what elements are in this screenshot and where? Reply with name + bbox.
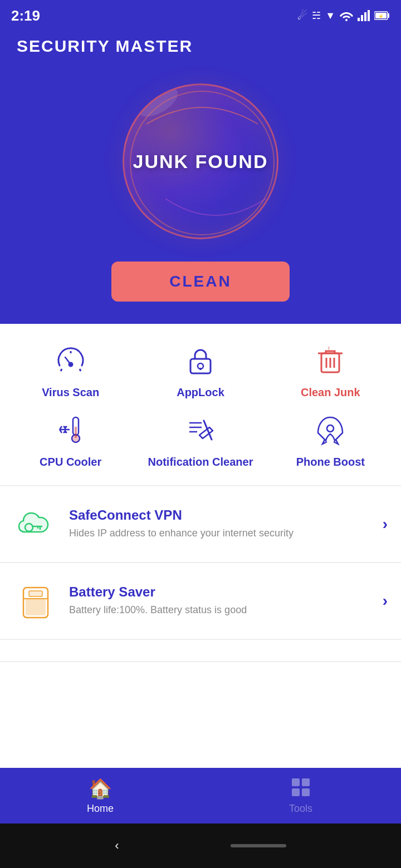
svg-point-37 bbox=[327, 425, 334, 432]
tool-clean-junk[interactable]: ! Clean Junk bbox=[271, 341, 390, 399]
trash-icon: ! bbox=[311, 341, 350, 379]
home-pill[interactable] bbox=[231, 844, 286, 847]
battery-chevron-icon: › bbox=[383, 592, 388, 610]
cpu-cooler-label: CPU Cooler bbox=[40, 456, 101, 468]
lock-icon bbox=[181, 341, 220, 379]
junk-bubble[interactable]: JUNK FOUND bbox=[117, 78, 284, 245]
vpn-text: SafeConnect VPN Hides IP address to enha… bbox=[69, 507, 383, 540]
bubble-arc-bottom bbox=[165, 188, 266, 221]
svg-rect-46 bbox=[292, 778, 300, 786]
tools-grid-icon bbox=[291, 777, 311, 800]
speedometer-icon bbox=[51, 341, 90, 379]
status-icons: ☄ ☵ ▼ ⚡ bbox=[297, 9, 390, 22]
svg-rect-13 bbox=[190, 359, 211, 373]
svg-rect-45 bbox=[29, 591, 42, 596]
tool-virus-scan[interactable]: Virus Scan bbox=[11, 341, 130, 399]
bubble-text: JUNK FOUND bbox=[133, 151, 268, 172]
svg-point-9 bbox=[69, 363, 72, 366]
svg-rect-4 bbox=[368, 10, 370, 21]
hero-section: JUNK FOUND CLEAN bbox=[0, 67, 401, 324]
vpn-title: SafeConnect VPN bbox=[69, 507, 383, 523]
svg-point-0 bbox=[345, 19, 348, 21]
svg-line-10 bbox=[61, 369, 62, 371]
battery-desc: Battery life:100%. Battery status is goo… bbox=[69, 603, 383, 617]
battery-title: Battery Saver bbox=[69, 584, 383, 600]
bluetooth-icon: ☄ bbox=[297, 9, 307, 22]
battery-text: Battery Saver Battery life:100%. Battery… bbox=[69, 584, 383, 617]
svg-text:!: ! bbox=[328, 346, 330, 352]
applock-label: AppLock bbox=[177, 386, 224, 399]
bubble-arc-top bbox=[141, 96, 263, 130]
app-title: SECURITY MASTER bbox=[0, 31, 401, 67]
nav-tools-label: Tools bbox=[289, 803, 312, 815]
battery-feature-card[interactable]: Battery Saver Battery life:100%. Battery… bbox=[0, 563, 401, 640]
svg-rect-32 bbox=[75, 427, 77, 438]
clean-button[interactable]: CLEAN bbox=[111, 262, 290, 302]
svg-rect-6 bbox=[388, 13, 389, 18]
rocket-icon bbox=[311, 410, 350, 449]
extra-card-space bbox=[0, 640, 401, 662]
svg-text:⚡: ⚡ bbox=[378, 13, 384, 19]
svg-rect-1 bbox=[358, 18, 360, 21]
svg-rect-48 bbox=[292, 788, 300, 796]
tool-applock[interactable]: AppLock bbox=[141, 341, 260, 399]
nav-home-label: Home bbox=[87, 803, 114, 815]
svg-rect-2 bbox=[361, 15, 363, 21]
vibrate-icon: ☵ bbox=[312, 9, 321, 22]
back-button[interactable]: ‹ bbox=[115, 839, 119, 853]
vpn-feature-card[interactable]: SafeConnect VPN Hides IP address to enha… bbox=[0, 486, 401, 563]
svg-rect-3 bbox=[364, 12, 366, 21]
status-bar: 2:19 ☄ ☵ ▼ ⚡ bbox=[0, 0, 401, 31]
main-content: Virus Scan AppLock bbox=[0, 324, 401, 768]
system-nav: ‹ bbox=[0, 823, 401, 868]
broom-icon bbox=[181, 410, 220, 449]
wifi-icon bbox=[340, 10, 353, 21]
clean-junk-label: Clean Junk bbox=[301, 386, 360, 399]
battery-status-icon: ⚡ bbox=[374, 11, 390, 21]
bubble-graphic: JUNK FOUND bbox=[123, 83, 278, 239]
snowflake-thermometer-icon bbox=[51, 410, 90, 449]
home-icon: 🏠 bbox=[89, 777, 112, 800]
notification-cleaner-label: Notification Cleaner bbox=[148, 456, 253, 468]
phone-boost-label: Phone Boost bbox=[296, 456, 365, 468]
battery-saver-icon bbox=[13, 579, 58, 623]
virus-scan-label: Virus Scan bbox=[42, 386, 99, 399]
tool-cpu-cooler[interactable]: CPU Cooler bbox=[11, 410, 130, 468]
svg-rect-47 bbox=[302, 778, 310, 786]
signal-icon bbox=[358, 10, 370, 21]
status-time: 2:19 bbox=[11, 7, 40, 24]
svg-line-12 bbox=[80, 369, 81, 371]
tool-notification-cleaner[interactable]: Notification Cleaner bbox=[141, 410, 260, 468]
svg-rect-49 bbox=[302, 788, 310, 796]
vpn-desc: Hides IP address to enhance your interne… bbox=[69, 526, 383, 540]
tools-grid: Virus Scan AppLock bbox=[0, 324, 401, 486]
svg-rect-43 bbox=[26, 599, 46, 615]
tool-phone-boost[interactable]: Phone Boost bbox=[271, 410, 390, 468]
vpn-chevron-icon: › bbox=[383, 515, 388, 533]
data-icon: ▼ bbox=[325, 10, 335, 22]
nav-tools[interactable]: Tools bbox=[200, 768, 401, 823]
vpn-icon bbox=[13, 502, 58, 546]
nav-home[interactable]: 🏠 Home bbox=[0, 768, 200, 823]
bottom-nav: 🏠 Home Tools bbox=[0, 768, 401, 823]
